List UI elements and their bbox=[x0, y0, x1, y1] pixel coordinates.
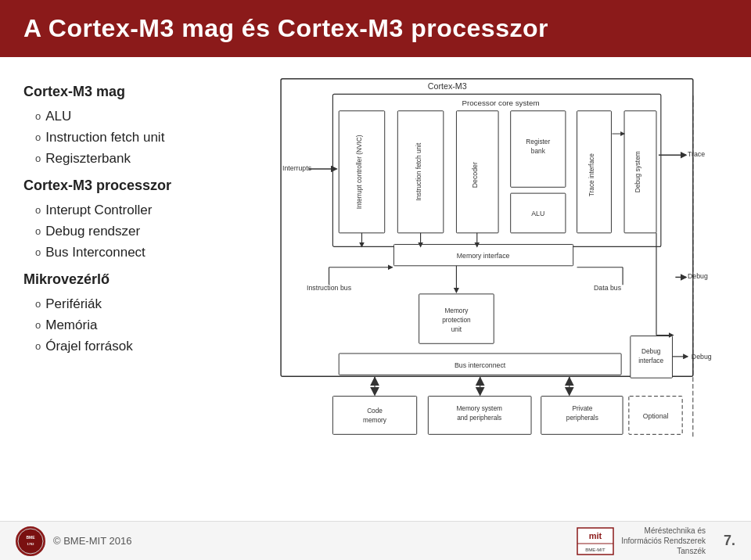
list-item: o Instruction fetch unit bbox=[35, 127, 266, 148]
section1-title: Cortex-M3 mag bbox=[23, 80, 266, 104]
svg-marker-26 bbox=[476, 387, 485, 397]
ifu-label: Instruction fetch unit bbox=[415, 142, 422, 201]
debug-outer-label: Debug bbox=[688, 272, 708, 280]
footer-copyright: © BME-MIT 2016 bbox=[53, 535, 131, 547]
debug-interface-label2: interface bbox=[638, 357, 663, 364]
register-bank-label2: bank bbox=[531, 147, 546, 155]
trace-interface-label: Trace interface bbox=[588, 153, 595, 196]
mpu-label1: Memory bbox=[444, 307, 469, 314]
item-bus: Bus Interconnect bbox=[45, 242, 146, 263]
list-item: o Debug rendszer bbox=[35, 221, 266, 242]
optional-label: Optional bbox=[643, 412, 669, 420]
list-item: o Órajel források bbox=[35, 336, 266, 357]
page-number: 7. bbox=[724, 533, 735, 549]
item-periferiák: Perifériák bbox=[45, 293, 102, 314]
item-regiszterbank: Regiszterbank bbox=[45, 148, 131, 169]
bullet-icon: o bbox=[35, 245, 41, 261]
page-header: A Cortex-M3 mag és Cortex-M3 processzor bbox=[0, 0, 751, 57]
svg-marker-22 bbox=[370, 376, 379, 386]
bullet-icon: o bbox=[35, 339, 41, 355]
svg-point-42 bbox=[18, 529, 43, 554]
footer: BME 1782 © BME-MIT 2016 mit BME-MIT Méré… bbox=[0, 521, 751, 560]
svg-text:mit: mit bbox=[589, 531, 602, 540]
svg-text:1782: 1782 bbox=[27, 542, 35, 546]
list-item: o Interupt Controller bbox=[35, 199, 266, 221]
data-bus-label: Data bus bbox=[594, 284, 622, 292]
mit-logo-icon: mit BME-MIT bbox=[576, 526, 615, 556]
bullet-icon: o bbox=[35, 109, 41, 125]
register-bank-label: Register bbox=[526, 138, 550, 145]
mpu-label3: unit bbox=[451, 325, 462, 333]
private-periph-label2: peripherals bbox=[566, 414, 598, 422]
architecture-diagram: Cortex-M3 Processor core system Interrup… bbox=[274, 73, 728, 508]
bus-interconnect-label: Bus interconnect bbox=[455, 361, 506, 369]
diagram-panel: Cortex-M3 Processor core system Interrup… bbox=[274, 73, 728, 508]
private-periph-label1: Private bbox=[572, 404, 592, 412]
debug-interface-label1: Debug bbox=[641, 347, 661, 355]
memory-sys-label2: and peripherals bbox=[457, 414, 501, 422]
alu-label: ALU bbox=[531, 210, 544, 217]
mpu-label2: protection bbox=[442, 316, 471, 324]
svg-marker-28 bbox=[565, 376, 574, 386]
debug-label-right: Debug bbox=[692, 353, 712, 361]
footer-mit-text: Méréstechnika és Információs Rendszerek … bbox=[621, 526, 706, 556]
bullet-icon: o bbox=[35, 151, 41, 167]
code-memory-label1: Code bbox=[367, 407, 383, 415]
nvic-label: Interrupt controller (NVIC) bbox=[355, 135, 363, 209]
item-ifu: Instruction fetch unit bbox=[45, 127, 164, 148]
item-interupt: Interupt Controller bbox=[45, 199, 152, 221]
section3-title: Mikrovezérlő bbox=[23, 267, 266, 292]
memory-sys-label1: Memory system bbox=[456, 404, 502, 412]
svg-text:BME-MIT: BME-MIT bbox=[585, 547, 605, 552]
list-item: o Bus Interconnect bbox=[35, 242, 266, 263]
header-title: A Cortex-M3 mag és Cortex-M3 processzor bbox=[23, 14, 548, 42]
svg-marker-25 bbox=[476, 376, 485, 386]
svg-marker-29 bbox=[565, 387, 574, 397]
list-item: o Regiszterbank bbox=[35, 148, 266, 169]
svg-marker-23 bbox=[370, 387, 379, 397]
debug-system-label: Debug system bbox=[634, 151, 642, 192]
item-orajel: Órajel források bbox=[45, 336, 132, 357]
svg-text:BME: BME bbox=[26, 535, 35, 540]
list-item: o Perifériák bbox=[35, 293, 266, 314]
main-content: Cortex-M3 mag o ALU o Instruction fetch … bbox=[0, 57, 751, 508]
section2-title: Cortex-M3 processzor bbox=[23, 174, 266, 198]
footer-left: BME 1782 © BME-MIT 2016 bbox=[16, 526, 131, 556]
bme-logo: BME 1782 bbox=[16, 526, 45, 556]
code-memory-label2: memory bbox=[363, 416, 387, 424]
bullet-icon: o bbox=[35, 318, 41, 334]
processor-core-label: Processor core system bbox=[462, 99, 539, 107]
bullet-icon: o bbox=[35, 224, 41, 240]
list-item: o Memória bbox=[35, 314, 266, 336]
instruction-bus-label: Instruction bus bbox=[307, 284, 352, 292]
bullet-icon: o bbox=[35, 296, 41, 313]
memory-interface-label: Memory interface bbox=[457, 252, 510, 260]
item-debug: Debug rendszer bbox=[45, 221, 140, 242]
item-alu: ALU bbox=[45, 106, 71, 127]
list-item: o ALU bbox=[35, 106, 266, 127]
bullet-icon: o bbox=[35, 203, 41, 219]
cortex-m3-label: Cortex-M3 bbox=[428, 81, 467, 91]
text-panel: Cortex-M3 mag o ALU o Instruction fetch … bbox=[23, 73, 266, 508]
bullet-icon: o bbox=[35, 130, 41, 146]
item-memoria: Memória bbox=[45, 314, 97, 336]
interrupts-label: Interrupts bbox=[282, 164, 312, 172]
trace-label: Trace bbox=[688, 150, 705, 158]
footer-right: mit BME-MIT Méréstechnika és Információs… bbox=[576, 526, 735, 556]
decoder-label: Decoder bbox=[471, 162, 479, 188]
